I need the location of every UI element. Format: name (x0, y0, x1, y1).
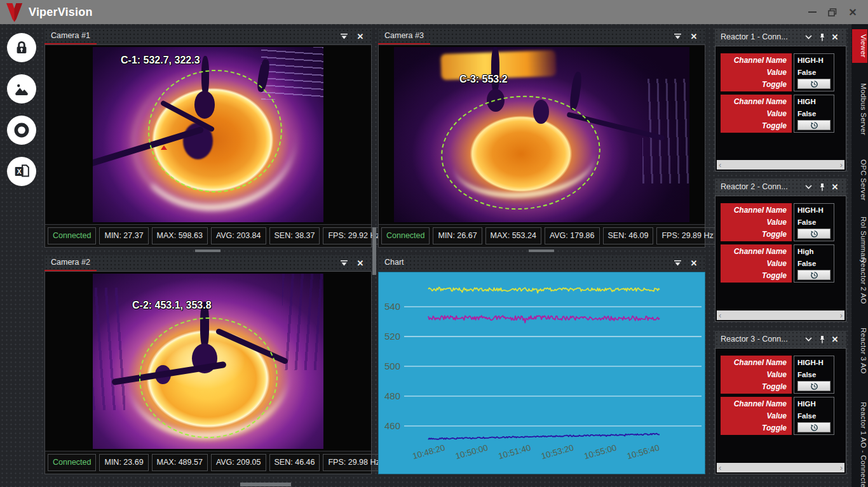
restore-button[interactable] (822, 3, 843, 22)
viper-logo-icon (6, 3, 23, 22)
side-tabstrip: Viewer Modbus Server OPC Server RoI Summ… (851, 24, 868, 487)
close-pane-icon[interactable]: ✕ (830, 182, 840, 192)
value-label: Value (721, 410, 787, 422)
railing-structure (642, 79, 689, 184)
pin-icon[interactable] (817, 335, 827, 344)
camera-1-thermal-image[interactable]: C-1: 532.7, 322.3 (93, 47, 323, 222)
chevron-down-icon[interactable] (803, 182, 813, 192)
tab-viewer[interactable]: Viewer (852, 29, 867, 63)
splitter-handle-right[interactable] (529, 250, 554, 252)
close-pane-icon[interactable]: ✕ (355, 258, 365, 268)
scroll-right-icon[interactable]: › (840, 161, 843, 169)
tab-opc-server[interactable]: OPC Server (852, 154, 867, 206)
close-pane-icon[interactable]: ✕ (355, 32, 365, 41)
status-connected: Connected (48, 454, 96, 471)
camera-3-panel: Camera #3 ✕ C-3: 553.2 (378, 29, 705, 248)
camera-3-view[interactable]: C-3: 553.2 (379, 45, 705, 224)
toggle-history-button[interactable] (797, 79, 831, 89)
status-max: MAX: 598.63 (152, 227, 208, 244)
close-pane-icon[interactable]: ✕ (830, 32, 840, 42)
camera-1-view[interactable]: C-1: 532.7, 322.3 (45, 45, 371, 224)
svg-text:10:53:20: 10:53:20 (540, 443, 575, 461)
export-excel-icon: X (13, 163, 30, 180)
chevron-down-icon[interactable] (803, 32, 813, 42)
bottom-scrollbar-thumb[interactable] (240, 483, 291, 486)
status-sen: SEN: 38.37 (269, 227, 320, 244)
scroll-left-icon[interactable]: ‹ (719, 161, 721, 169)
tab-modbus-server[interactable]: Modbus Server (852, 78, 867, 140)
lock-button[interactable] (7, 33, 36, 62)
camera-3-thermal-image[interactable]: C-3: 553.2 (394, 47, 689, 222)
chevron-down-icon[interactable] (803, 335, 813, 344)
scroll-right-icon[interactable]: › (840, 311, 843, 319)
channel-value: False (797, 217, 834, 229)
camera-2-thermal-image[interactable]: C-2: 453.1, 353.8 (93, 274, 323, 449)
svg-text:10:56:40: 10:56:40 (626, 443, 661, 461)
close-icon: ✕ (691, 258, 698, 268)
toggle-history-button[interactable] (797, 270, 831, 280)
toggle-label: Toggle (721, 422, 787, 434)
export-excel-button[interactable]: X (7, 157, 36, 186)
channel-card: Channel Name Value Toggle HIGH-H False (721, 203, 841, 241)
close-pane-icon[interactable]: ✕ (689, 258, 699, 268)
horizontal-scrollbar[interactable]: ‹ › (717, 160, 844, 170)
reactor-2-header[interactable]: Reactor 2 - Conn... ✕ (715, 178, 846, 196)
record-button[interactable] (7, 116, 36, 145)
scroll-left-icon[interactable]: ‹ (719, 311, 721, 319)
channel-name-value: HIGH-H (797, 357, 834, 370)
channel-labels: Channel Name Value Toggle (721, 244, 792, 283)
tab-reactor-2-ao[interactable]: Reactor 2 AO (852, 253, 867, 309)
reactor-1-panel: Reactor 1 - Conn... ✕ Channel Name Value… (715, 29, 846, 171)
close-pane-icon[interactable]: ✕ (830, 335, 840, 344)
chart-body: 54052050048046010:48:2010:50:0010:51:401… (378, 272, 705, 474)
value-label: Value (721, 369, 787, 381)
toggle-history-button[interactable] (797, 381, 831, 391)
snapshot-button[interactable] (7, 74, 36, 103)
fence-structure (282, 274, 323, 370)
channel-labels: Channel Name Value Toggle (721, 53, 792, 91)
roi-ellipse[interactable] (437, 91, 604, 215)
app-title: ViperVision (29, 6, 93, 19)
horizontal-scrollbar[interactable]: ‹ › (717, 310, 844, 320)
scroll-right-icon[interactable]: › (840, 464, 843, 472)
camera-1-header[interactable]: Camera #1 ✕ (44, 29, 372, 44)
camera-1-title: Camera #1 (51, 31, 90, 40)
reactor-1-header[interactable]: Reactor 1 - Conn... ✕ (715, 29, 846, 46)
reactor-3-panel: Reactor 3 - Conn... ✕ Channel Name Value… (715, 331, 846, 474)
camera-2-content: C-2: 453.1, 353.8 Connected MIN: 23.69 M… (44, 271, 372, 474)
toggle-label: Toggle (721, 229, 787, 241)
close-pane-icon[interactable]: ✕ (689, 32, 699, 41)
pin-icon[interactable] (817, 182, 827, 192)
pane-menu-icon[interactable] (672, 32, 682, 41)
toggle-history-button[interactable] (797, 229, 831, 239)
close-button[interactable]: ✕ (843, 3, 863, 22)
chart-canvas[interactable]: 54052050048046010:48:2010:50:0010:51:401… (379, 272, 705, 474)
splitter-handle-left[interactable] (195, 250, 220, 252)
tab-reactor-1-ao[interactable]: Reactor 1 AO - Connected (852, 397, 867, 487)
status-sen: SEN: 46.09 (603, 227, 654, 244)
toggle-history-button[interactable] (797, 120, 831, 130)
reactor-3-header[interactable]: Reactor 3 - Conn... ✕ (715, 331, 846, 348)
chart-header[interactable]: Chart ✕ (378, 255, 705, 271)
pane-menu-icon[interactable] (672, 258, 682, 268)
minimize-button[interactable] (802, 3, 822, 22)
camera-3-header[interactable]: Camera #3 ✕ (378, 29, 705, 44)
tab-reactor-3-ao[interactable]: Reactor 3 AO (852, 323, 867, 379)
pane-menu-icon[interactable] (339, 32, 349, 41)
title-bar[interactable]: ViperVision ✕ (0, 0, 868, 24)
history-clock-icon (810, 230, 818, 238)
toggle-history-button[interactable] (797, 422, 831, 432)
horizontal-scrollbar[interactable]: ‹ › (717, 463, 844, 472)
temperature-overlay: C-1: 532.7, 322.3 (121, 55, 200, 66)
pane-menu-icon[interactable] (339, 258, 349, 268)
status-min: MIN: 23.69 (99, 454, 148, 471)
history-clock-icon (810, 121, 818, 130)
pin-icon[interactable] (817, 32, 827, 42)
history-clock-icon (810, 382, 818, 390)
channel-card: Channel Name Value Toggle HIGH-H False (721, 356, 841, 394)
scroll-left-icon[interactable]: ‹ (719, 464, 721, 472)
camera-2-view[interactable]: C-2: 453.1, 353.8 (45, 272, 371, 451)
svg-text:460: 460 (384, 420, 400, 431)
camera-2-header[interactable]: Camera #2 ✕ (44, 255, 372, 271)
splitter-handle-vertical[interactable] (372, 227, 376, 275)
